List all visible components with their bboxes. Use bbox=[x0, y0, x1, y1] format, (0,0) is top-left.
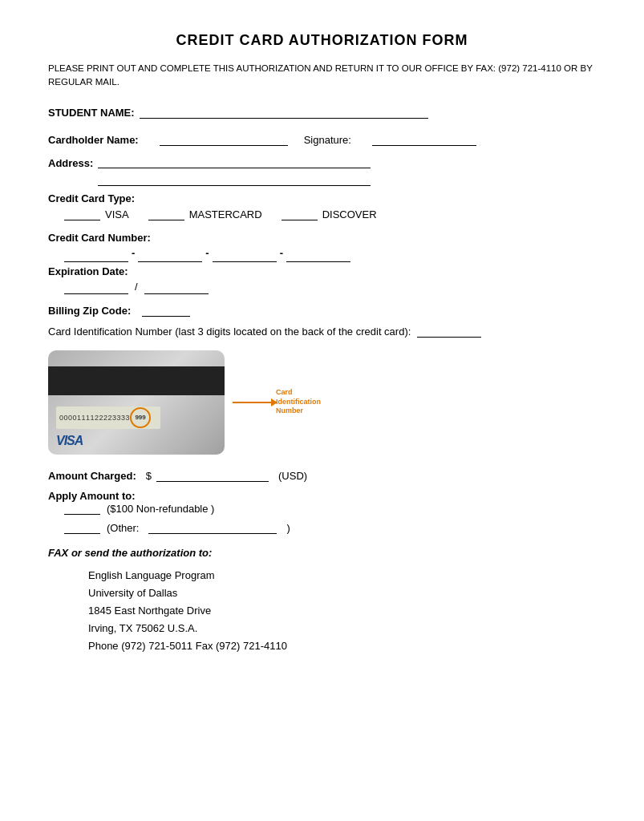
apply-option2-prefix: (Other: bbox=[107, 522, 139, 534]
amount-label: Amount Charged: bbox=[48, 470, 136, 482]
address-section: Address: bbox=[48, 156, 596, 186]
signature-label: Signature: bbox=[304, 134, 351, 146]
expiry-month-field[interactable] bbox=[64, 281, 128, 294]
address-line2-field[interactable] bbox=[98, 173, 371, 186]
apply-option2-suffix: ) bbox=[286, 522, 290, 534]
visa-option: VISA bbox=[64, 208, 129, 220]
student-name-label: STUDENT NAME: bbox=[48, 107, 135, 119]
apply-option1-checkbox[interactable] bbox=[64, 502, 100, 515]
mastercard-label: MASTERCARD bbox=[189, 208, 262, 220]
expiry-separator: / bbox=[135, 281, 138, 293]
card-image-container: 0000111122223333 999 VISA Card Identific… bbox=[48, 350, 596, 455]
apply-label: Apply Amount to: bbox=[48, 490, 591, 502]
discover-label: DISCOVER bbox=[322, 208, 377, 220]
cardholder-label: Cardholder Name: bbox=[48, 134, 139, 146]
cardholder-section: Cardholder Name: Signature: bbox=[48, 133, 596, 146]
card-visual: 0000111122223333 999 VISA bbox=[48, 350, 225, 455]
card-id-arrow-annotation: Card Identification Number bbox=[233, 388, 321, 416]
card-bottom: 0000111122223333 999 bbox=[48, 400, 225, 435]
org-university: University of Dallas bbox=[88, 584, 596, 602]
separator2: - bbox=[205, 247, 209, 259]
discover-option: DISCOVER bbox=[281, 208, 377, 220]
card-number-display: 0000111122223333 bbox=[59, 414, 130, 422]
card-with-annotation: 0000111122223333 999 VISA Card Identific… bbox=[48, 350, 596, 455]
card-cvv-value: 999 bbox=[135, 414, 145, 421]
mailing-address: English Language Program University of D… bbox=[88, 567, 596, 655]
card-id-label: Card Identification Number (last 3 digit… bbox=[48, 326, 411, 338]
cc-type-section: Credit Card Type: VISA MASTERCARD DISCOV… bbox=[48, 192, 596, 220]
billing-zip-section: Billing Zip Code: bbox=[48, 304, 596, 317]
cc-number-fields: - - - bbox=[64, 247, 596, 262]
cc-number-section: Credit Card Number: - - - bbox=[48, 232, 596, 262]
card-signature-strip: 0000111122223333 999 bbox=[56, 406, 160, 429]
cc-type-options: VISA MASTERCARD DISCOVER bbox=[64, 208, 596, 220]
amount-section: Amount Charged: $ (USD) bbox=[48, 469, 596, 482]
address-lines bbox=[98, 156, 371, 186]
fax-title: FAX or send the authorization to: bbox=[48, 547, 596, 559]
apply-option2-other-field[interactable] bbox=[148, 521, 277, 534]
org-name: English Language Program bbox=[88, 567, 596, 584]
billing-zip-label: Billing Zip Code: bbox=[48, 305, 131, 317]
apply-option2-row: (Other: ) bbox=[64, 521, 596, 534]
apply-option1-row: ($100 Non-refundable ) bbox=[64, 502, 596, 515]
card-cvv-circle: 999 bbox=[130, 407, 151, 428]
apply-section: Apply Amount to: ($100 Non-refundable ) … bbox=[48, 490, 596, 534]
card-id-section: Card Identification Number (last 3 digit… bbox=[48, 325, 596, 338]
card-magnetic-stripe bbox=[48, 366, 225, 395]
expiry-fields: / bbox=[64, 281, 596, 294]
org-city: Irving, TX 75062 U.S.A. bbox=[88, 620, 596, 637]
card-id-field[interactable] bbox=[417, 325, 481, 338]
signature-field[interactable] bbox=[372, 133, 476, 146]
page-title: CREDIT CARD AUTHORIZATION FORM bbox=[48, 32, 596, 49]
cc-type-label: Credit Card Type: bbox=[48, 192, 591, 204]
billing-zip-field[interactable] bbox=[142, 304, 190, 317]
apply-option2-checkbox[interactable] bbox=[64, 521, 100, 534]
cc-number-field3[interactable] bbox=[213, 249, 277, 262]
cc-number-field2[interactable] bbox=[138, 249, 202, 262]
cc-number-field1[interactable] bbox=[64, 249, 128, 262]
student-name-field[interactable] bbox=[140, 106, 428, 119]
expiry-year-field[interactable] bbox=[144, 281, 209, 294]
address-line1-field[interactable] bbox=[98, 156, 371, 168]
expiration-section: Expiration Date: / bbox=[48, 265, 596, 294]
visa-checkbox[interactable] bbox=[64, 208, 100, 220]
cc-number-field4[interactable] bbox=[286, 249, 350, 262]
address-label: Address: bbox=[48, 156, 93, 169]
cardholder-name-field[interactable] bbox=[160, 133, 288, 146]
org-address: 1845 East Northgate Drive bbox=[88, 602, 596, 620]
student-name-section: STUDENT NAME: bbox=[48, 106, 596, 119]
amount-field[interactable] bbox=[156, 469, 269, 482]
separator3: - bbox=[280, 247, 283, 259]
fax-section: FAX or send the authorization to: Englis… bbox=[48, 547, 596, 655]
discover-checkbox[interactable] bbox=[281, 208, 318, 220]
currency-suffix: (USD) bbox=[278, 470, 307, 482]
visa-label: VISA bbox=[105, 208, 129, 220]
separator1: - bbox=[132, 247, 135, 259]
currency-prefix: $ bbox=[146, 470, 152, 482]
cc-number-label: Credit Card Number: bbox=[48, 232, 591, 244]
apply-option1-label: ($100 Non-refundable ) bbox=[107, 503, 214, 515]
mastercard-option: MASTERCARD bbox=[148, 208, 262, 220]
instructions-text: PLEASE PRINT OUT AND COMPLETE THIS AUTHO… bbox=[48, 62, 596, 90]
card-brand-logo: VISA bbox=[56, 434, 83, 448]
mastercard-checkbox[interactable] bbox=[148, 208, 184, 220]
card-id-annotation-label: Card Identification Number bbox=[276, 388, 321, 416]
expiration-label: Expiration Date: bbox=[48, 265, 591, 277]
org-phone-fax: Phone (972) 721-5011 Fax (972) 721-4110 bbox=[88, 637, 596, 655]
card-id-arrow bbox=[233, 402, 273, 403]
